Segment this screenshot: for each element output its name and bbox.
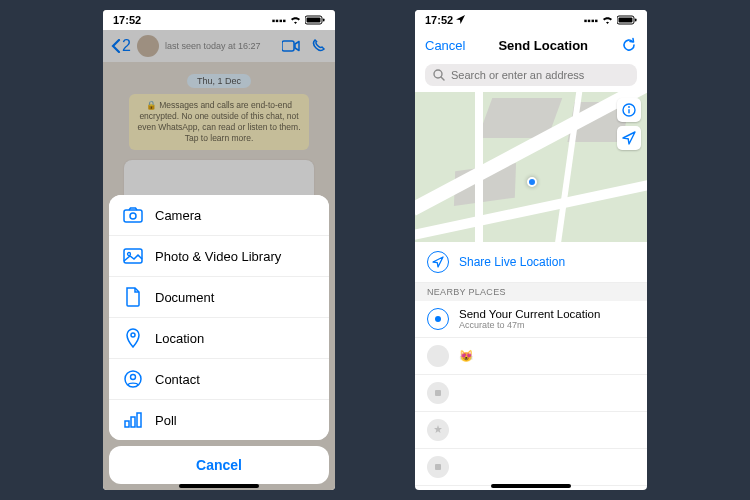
sheet-label: Location (155, 331, 204, 346)
battery-icon (305, 15, 325, 25)
location-icon (123, 328, 143, 348)
current-location-dot (527, 177, 537, 187)
sheet-label: Photo & Video Library (155, 249, 281, 264)
location-header: Cancel Send Location (415, 30, 647, 60)
live-location-label: Share Live Location (459, 255, 565, 269)
svg-rect-16 (635, 19, 637, 22)
refresh-button[interactable] (621, 37, 637, 53)
status-icons: ▪▪▪▪ (584, 15, 637, 26)
signal-icon: ▪▪▪▪ (584, 15, 598, 26)
status-time: 17:52 (113, 14, 141, 26)
camera-icon (123, 205, 143, 225)
location-services-icon (456, 15, 465, 24)
current-location-title: Send Your Current Location (459, 308, 600, 320)
section-header-nearby: NEARBY PLACES (415, 283, 647, 301)
nearby-place[interactable] (415, 375, 647, 412)
search-bar[interactable] (425, 64, 637, 86)
svg-point-20 (628, 106, 630, 108)
svg-point-7 (128, 253, 131, 256)
share-live-location[interactable]: Share Live Location (415, 242, 647, 283)
sheet-item-document[interactable]: Document (109, 277, 329, 318)
map-info-button[interactable] (617, 98, 641, 122)
svg-rect-21 (628, 109, 629, 114)
svg-point-10 (131, 375, 136, 380)
sheet-item-poll[interactable]: Poll (109, 400, 329, 440)
sheet-item-camera[interactable]: Camera (109, 195, 329, 236)
place-label: 😻 (459, 349, 473, 363)
sheet-label: Contact (155, 372, 200, 387)
home-indicator[interactable] (491, 484, 571, 488)
svg-point-5 (130, 213, 136, 219)
cancel-button[interactable]: Cancel (425, 38, 465, 53)
phone-send-location: 17:52 ▪▪▪▪ Cancel Send Location (415, 10, 647, 490)
nearby-place[interactable] (415, 449, 647, 486)
svg-rect-1 (307, 18, 321, 23)
svg-line-18 (441, 77, 444, 80)
svg-rect-22 (435, 390, 441, 396)
status-icons: ▪▪▪▪ (272, 15, 325, 26)
live-location-icon (427, 251, 449, 273)
svg-rect-11 (125, 421, 129, 427)
svg-rect-4 (124, 210, 142, 222)
home-indicator[interactable] (179, 484, 259, 488)
wifi-icon (289, 15, 302, 25)
signal-icon: ▪▪▪▪ (272, 15, 286, 26)
sheet-item-location[interactable]: Location (109, 318, 329, 359)
contact-icon (123, 369, 143, 389)
phone-chat-actionsheet: 17:52 ▪▪▪▪ 2 last seen today at 16:27 Th… (103, 10, 335, 490)
svg-rect-2 (323, 19, 325, 22)
wifi-icon (601, 15, 614, 25)
svg-rect-12 (131, 417, 135, 427)
battery-icon (617, 15, 637, 25)
svg-rect-13 (137, 413, 141, 427)
nearby-place[interactable]: 😻 (415, 338, 647, 375)
cancel-button[interactable]: Cancel (109, 446, 329, 484)
page-title: Send Location (498, 38, 588, 53)
current-location-icon (427, 308, 449, 330)
search-icon (433, 69, 445, 81)
sheet-item-photo[interactable]: Photo & Video Library (109, 236, 329, 277)
svg-rect-23 (435, 464, 441, 470)
place-icon (427, 419, 449, 441)
place-icon (427, 382, 449, 404)
status-time: 17:52 (425, 14, 465, 26)
nearby-place[interactable] (415, 412, 647, 449)
document-icon (123, 287, 143, 307)
svg-rect-15 (619, 18, 633, 23)
svg-point-8 (131, 333, 135, 337)
send-current-location[interactable]: Send Your Current Location Accurate to 4… (415, 301, 647, 338)
place-icon (427, 456, 449, 478)
sheet-label: Document (155, 290, 214, 305)
poll-icon (123, 410, 143, 430)
sheet-item-contact[interactable]: Contact (109, 359, 329, 400)
status-bar: 17:52 ▪▪▪▪ (103, 10, 335, 30)
sheet-label: Poll (155, 413, 177, 428)
recenter-button[interactable] (617, 126, 641, 150)
photo-icon (123, 246, 143, 266)
map-view[interactable] (415, 92, 647, 242)
sheet-label: Camera (155, 208, 201, 223)
status-bar: 17:52 ▪▪▪▪ (415, 10, 647, 30)
search-input[interactable] (451, 69, 629, 81)
current-location-accuracy: Accurate to 47m (459, 320, 600, 330)
action-sheet: Camera Photo & Video Library Document Lo… (109, 195, 329, 484)
place-icon (427, 345, 449, 367)
